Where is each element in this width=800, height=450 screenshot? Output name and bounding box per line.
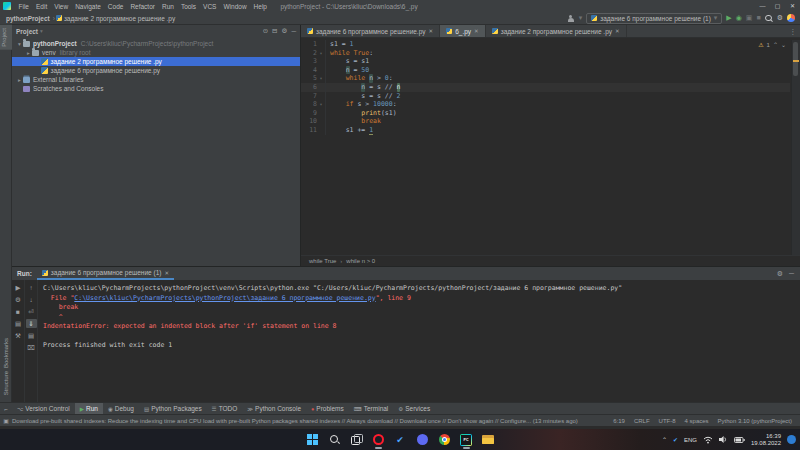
status-widget[interactable]: CRLF <box>634 418 650 424</box>
status-widget[interactable]: UTF-8 <box>659 418 676 424</box>
taskbar-clock[interactable]: 16:39 19.08.2022 <box>751 433 781 447</box>
toolwindow-debug[interactable]: ◉Debug <box>103 403 139 415</box>
toolwindow-version-control[interactable]: ⌥Version Control <box>12 403 75 415</box>
tree-chevron-icon[interactable]: ▸ <box>25 50 32 56</box>
status-widget[interactable]: Python 3.10 (pythonProject) <box>718 418 792 424</box>
code-line[interactable]: 6 n = s // n <box>301 83 790 92</box>
tree-item[interactable]: ▸venvlibrary root <box>12 48 300 57</box>
run-button[interactable]: ▶ <box>726 13 731 23</box>
status-widget[interactable]: 6:19 <box>613 418 625 424</box>
language-indicator[interactable]: ENG <box>684 437 697 443</box>
tree-item[interactable]: задание 2 программное решение .py <box>12 57 300 66</box>
task-view-button[interactable] <box>350 433 363 446</box>
fold-icon[interactable]: ▾ <box>317 100 326 109</box>
stop-button[interactable]: ■ <box>756 13 760 23</box>
toolwindow-run[interactable]: ▶Run <box>75 403 103 415</box>
chrome-icon[interactable] <box>438 433 451 446</box>
inspections-widget[interactable]: ⚠ 1 ⌃ ⌄ <box>758 41 786 48</box>
build-icon[interactable]: ⚒ <box>13 331 24 340</box>
start-button[interactable] <box>306 433 319 446</box>
tree-item[interactable]: ▾pythonProjectC:\Users\kliuc\PycharmProj… <box>12 39 300 48</box>
status-message[interactable]: Download pre-built shared indexes: Reduc… <box>12 418 578 424</box>
soft-wrap-icon[interactable]: ⏎ <box>26 307 37 316</box>
code-line[interactable]: 3 s = s1 <box>301 57 790 66</box>
collapse-all-icon[interactable]: ⊟ <box>272 27 277 35</box>
quick-access-icon[interactable]: ▣ <box>0 417 12 424</box>
hide-panel-icon[interactable]: ─ <box>291 27 296 35</box>
menu-file[interactable]: File <box>15 3 32 10</box>
settings-gear-icon[interactable]: ⚙ <box>777 270 783 278</box>
code-line[interactable]: 10 break <box>301 117 790 126</box>
tree-item[interactable]: задание 6 программное решение.py <box>12 66 300 75</box>
scrollbar-thumb[interactable] <box>793 42 798 76</box>
edit-configuration-icon[interactable]: ⚙ <box>13 295 24 304</box>
chevron-down-icon[interactable]: ▾ <box>579 13 583 23</box>
clear-all-icon[interactable]: ⌧ <box>26 343 37 352</box>
bookmarks-stripe-button[interactable]: Bookmarks <box>3 338 9 368</box>
breadcrumb-file[interactable]: задание 2 программное решение .py <box>62 15 177 22</box>
volume-icon[interactable] <box>719 435 728 444</box>
close-icon[interactable]: ✕ <box>785 0 800 12</box>
tool-window-corner-icon[interactable]: ⌐ <box>0 406 12 412</box>
checkmark-app-icon[interactable]: ✔ <box>394 433 407 446</box>
code-line[interactable]: 9 print(s1) <box>301 109 790 118</box>
breadcrumb-project[interactable]: pythonProject <box>4 15 52 22</box>
code-line[interactable]: 1s1 = 1 <box>301 40 790 49</box>
editor-tab[interactable]: 6_.py✕ <box>440 25 486 37</box>
toolwindow-python-console[interactable]: ≫Python Console <box>242 403 306 415</box>
menu-help[interactable]: Help <box>250 3 270 10</box>
stop-icon[interactable]: ■ <box>13 307 24 316</box>
tray-chevron-icon[interactable]: ⌃ <box>662 436 667 443</box>
menu-refactor[interactable]: Refactor <box>127 3 159 10</box>
project-panel-title[interactable]: Project <box>16 28 38 35</box>
project-stripe-button[interactable]: Project <box>0 25 12 50</box>
close-tab-icon[interactable]: ✕ <box>474 28 479 34</box>
prev-warning-icon[interactable]: ⌃ <box>773 41 778 48</box>
ide-feature-icon[interactable] <box>787 14 795 22</box>
toolwindow-todo[interactable]: ☰TODO <box>207 403 243 415</box>
tree-chevron-icon[interactable]: ▸ <box>16 77 23 83</box>
next-warning-icon[interactable]: ⌄ <box>781 41 786 48</box>
run-configuration-select[interactable]: задание 6 программное решение (1) ▾ <box>586 13 722 24</box>
run-console-output[interactable]: C:\Users\kliuc\PycharmProjects\pythonPro… <box>38 280 800 402</box>
close-tab-icon[interactable]: ✕ <box>164 270 169 276</box>
editor-tab[interactable]: задание 2 программное решение .py✕ <box>486 25 627 37</box>
tree-item[interactable]: Scratches and Consoles <box>12 84 300 93</box>
coverage-button[interactable]: ▣ <box>746 13 753 23</box>
fold-icon[interactable]: ▾ <box>317 74 326 83</box>
tree-chevron-icon[interactable]: ▾ <box>16 41 23 47</box>
search-button[interactable] <box>328 433 341 446</box>
code-line[interactable]: 5▾ while n > 0: <box>301 74 790 83</box>
chevron-down-icon[interactable]: ▾ <box>40 26 43 36</box>
menu-view[interactable]: View <box>51 3 72 10</box>
tray-check-app-icon[interactable]: ✔ <box>673 436 678 443</box>
hide-panel-icon[interactable]: ─ <box>789 270 794 278</box>
menu-window[interactable]: Window <box>220 3 250 10</box>
code-line[interactable]: 2▾while True: <box>301 49 790 58</box>
close-tab-icon[interactable]: ✕ <box>429 28 434 34</box>
status-widget[interactable]: 4 spaces <box>685 418 709 424</box>
menu-navigate[interactable]: Navigate <box>72 3 105 10</box>
tree-item[interactable]: ▸External Libraries <box>12 75 300 84</box>
file-link[interactable]: C:\Users\kliuc\PycharmProjects\pythonPro… <box>74 294 375 302</box>
settings-gear-icon[interactable]: ⚙ <box>777 13 783 23</box>
code-line[interactable]: 4 n = 50 <box>301 66 790 75</box>
user-icon[interactable] <box>567 14 575 22</box>
settings-gear-icon[interactable]: ⚙ <box>282 27 288 35</box>
toolwindow-terminal[interactable]: ⌨Terminal <box>349 403 394 415</box>
search-everywhere-icon[interactable] <box>765 14 773 22</box>
toolwindow-python-packages[interactable]: ▤Python Packages <box>139 403 207 415</box>
editor-tab[interactable]: задание 6 программное решение.py✕ <box>301 25 440 37</box>
rerun-icon[interactable]: ▶ <box>13 283 24 292</box>
menu-run[interactable]: Run <box>158 3 177 10</box>
close-tab-icon[interactable]: ✕ <box>615 28 620 34</box>
pycharm-icon[interactable]: PC <box>460 433 473 446</box>
battery-icon[interactable] <box>734 436 745 444</box>
tab-options-icon[interactable]: ⋮ <box>786 25 800 37</box>
discord-icon[interactable] <box>416 433 429 446</box>
editor-scrollbar[interactable] <box>791 40 800 255</box>
menu-tools[interactable]: Tools <box>177 3 199 10</box>
fold-icon[interactable]: ▾ <box>317 49 326 58</box>
run-tab[interactable]: задание 6 программное решение (1) ✕ <box>37 267 174 280</box>
minimize-icon[interactable]: — <box>755 0 770 12</box>
